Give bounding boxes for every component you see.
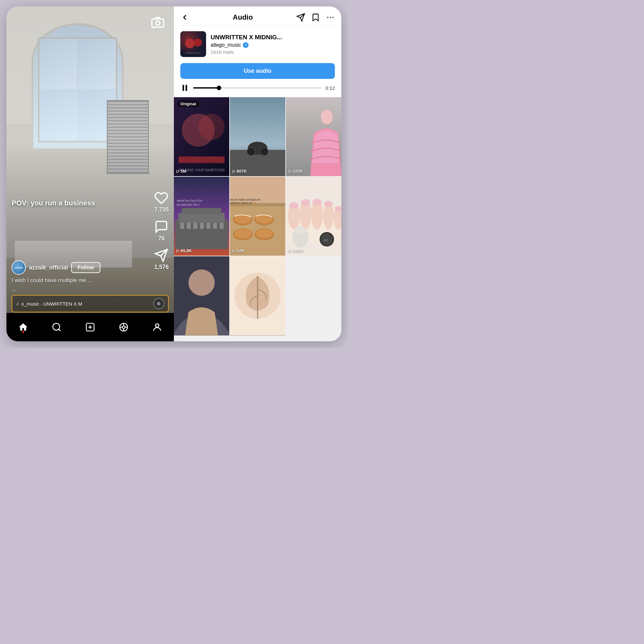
svg-rect-28: [185, 85, 187, 91]
nav-reels[interactable]: [118, 322, 129, 332]
svg-text:would you buy it for: would you buy it for: [176, 199, 202, 202]
svg-line-5: [59, 329, 61, 331]
comment-count: 76: [158, 235, 165, 242]
play-count-5: ▷ 52K: [232, 248, 244, 253]
grid-img-6: JAR: [286, 177, 341, 256]
audio-track-title: UNWRITTEN X MIDNIG...: [211, 34, 335, 41]
like-count: 7,735: [154, 206, 169, 213]
send-icon[interactable]: [296, 13, 305, 22]
svg-rect-47: [180, 223, 184, 229]
progress-track[interactable]: [193, 87, 322, 89]
svg-point-16: [156, 325, 156, 326]
grid-img-4: would you buy it for €4,999,999,750 ?: [174, 177, 229, 256]
play-icon-3: ▷: [289, 169, 291, 174]
audio-artist-row: altego_music ✓: [211, 42, 335, 48]
play-icon-6: ▷: [289, 249, 291, 253]
svg-point-66: [256, 229, 273, 239]
nav-active-dot: [22, 331, 24, 333]
grid-item-1[interactable]: RELEASE YOUR INHIBITIONS Original ▷ 5M: [174, 97, 229, 176]
play-icon-2: ▷: [232, 169, 235, 174]
nav-search[interactable]: [52, 322, 62, 332]
svg-rect-33: [178, 156, 224, 163]
avatar-label: AZZAIK: [14, 267, 23, 269]
svg-point-64: [234, 229, 251, 239]
svg-point-85: [296, 225, 305, 235]
verified-badge: ✓: [243, 42, 249, 48]
svg-point-10: [122, 326, 125, 328]
svg-rect-49: [193, 223, 197, 229]
search-icon[interactable]: [52, 322, 62, 332]
svg-point-76: [289, 202, 298, 209]
grid-item-2[interactable]: ▷ 807K: [230, 97, 285, 176]
grid-img-8: [230, 256, 285, 335]
svg-rect-50: [200, 223, 204, 229]
phone-container: POV: you run a business 7,735 76: [6, 6, 341, 341]
audio-artist-name: altego_music: [211, 42, 241, 48]
more-options-icon[interactable]: [326, 13, 335, 22]
svg-point-87: [188, 270, 215, 296]
grid-item-5[interactable]: Ne-am triplat cantitatea de patiserie, p…: [230, 177, 285, 256]
add-icon[interactable]: [85, 322, 95, 332]
grid-item-3[interactable]: ▷ 122K: [286, 97, 341, 176]
play-count-3: ▷ 122K: [289, 169, 303, 174]
svg-rect-27: [183, 85, 184, 91]
svg-rect-51: [206, 223, 210, 229]
center-caption: POV: you run a business: [12, 199, 148, 207]
svg-rect-48: [187, 223, 191, 229]
heart-icon[interactable]: [154, 191, 168, 205]
progress-section: 0:12: [174, 83, 341, 97]
more-button[interactable]: ...: [12, 286, 169, 292]
svg-point-17: [158, 325, 158, 326]
svg-text:Ne-am triplat cantitatea de: Ne-am triplat cantitatea de: [230, 198, 260, 201]
avatar[interactable]: AZZAIK: [12, 260, 26, 275]
svg-point-4: [53, 323, 60, 330]
video-grid: RELEASE YOUR INHIBITIONS Original ▷ 5M: [174, 97, 341, 341]
audio-note-icon: ♪: [16, 301, 19, 307]
avatar-inner: AZZAIK: [12, 261, 25, 274]
svg-point-20: [327, 17, 328, 18]
username-label: azzaik_official: [29, 264, 68, 271]
pause-button[interactable]: [180, 83, 189, 92]
svg-text:JAR: JAR: [324, 239, 328, 241]
svg-point-32: [198, 114, 225, 140]
nav-profile[interactable]: [152, 322, 162, 332]
play-count-2: ▷ 807K: [232, 169, 247, 174]
camera-icon[interactable]: [151, 15, 165, 30]
grid-item-4[interactable]: would you buy it for €4,999,999,750 ? ▷ …: [174, 177, 229, 256]
bookmark-icon[interactable]: [311, 13, 320, 22]
grid-item-8[interactable]: [230, 256, 285, 335]
left-panel: POV: you run a business 7,735 76: [6, 6, 174, 341]
grid-item-6[interactable]: JAR ▷ 4.614: [286, 177, 341, 256]
audio-bar[interactable]: ♪ o_music · UNWRITTEN X M: [12, 295, 169, 312]
header-right: [296, 13, 335, 22]
audio-thumbnail: UNWRITTEN: [180, 31, 206, 57]
reels-icon[interactable]: [118, 322, 129, 332]
bottom-nav: [6, 313, 174, 341]
like-action[interactable]: 7,735: [154, 191, 169, 213]
action-buttons: 7,735 76 1,576: [154, 191, 169, 270]
svg-point-39: [247, 147, 255, 156]
play-icon-4: ▷: [176, 249, 179, 253]
svg-rect-0: [152, 19, 164, 27]
audio-bar-text: o_music · UNWRITTEN X M: [21, 301, 151, 307]
comment-icon[interactable]: [154, 220, 168, 234]
grid-img-5: Ne-am triplat cantitatea de patiserie, p…: [230, 177, 285, 256]
use-audio-button[interactable]: Use audio: [180, 63, 335, 79]
profile-icon[interactable]: [152, 322, 162, 332]
back-button[interactable]: [180, 13, 189, 22]
nav-add[interactable]: [85, 322, 95, 332]
svg-text:patiserie, pentru voi 🎉: patiserie, pentru voi 🎉: [230, 201, 257, 205]
svg-point-22: [332, 17, 334, 18]
right-panel: Audio: [174, 6, 341, 341]
progress-time: 0:12: [326, 85, 335, 91]
svg-point-77: [301, 199, 310, 206]
follow-button[interactable]: Follow: [71, 262, 100, 273]
grid-item-7[interactable]: [174, 256, 229, 335]
user-row: AZZAIK azzaik_official Follow: [12, 260, 169, 275]
grid-img-1: RELEASE YOUR INHIBITIONS: [174, 97, 229, 176]
caption-text: POV: you run a business: [12, 199, 95, 207]
progress-thumb[interactable]: [217, 86, 221, 90]
nav-home[interactable]: [18, 322, 28, 332]
play-count-6: ▷ 4.614: [289, 248, 303, 253]
comment-action[interactable]: 76: [154, 220, 168, 242]
